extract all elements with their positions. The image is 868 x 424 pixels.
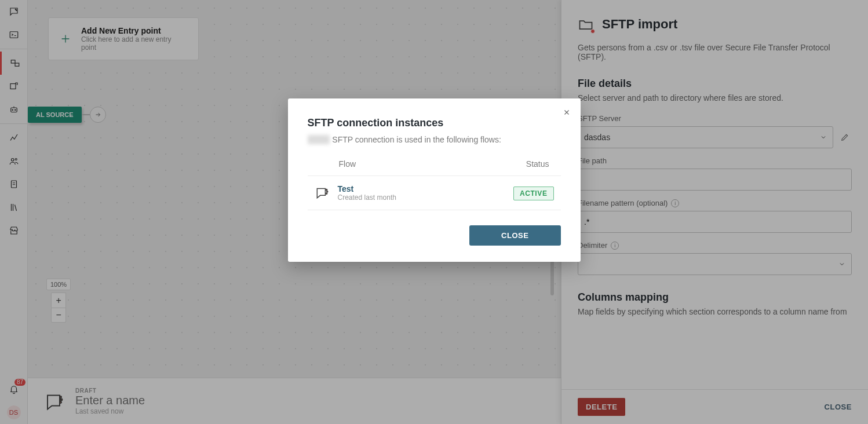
modal-close-button[interactable]: CLOSE	[469, 225, 560, 246]
close-icon[interactable]	[561, 107, 572, 118]
col-status: Status	[526, 159, 549, 169]
flow-icon	[315, 185, 330, 200]
modal-overlay[interactable]: SFTP connection instances redact SFTP co…	[0, 0, 868, 424]
modal-title: SFTP connection instances	[308, 117, 561, 129]
flow-row-name: Test	[338, 184, 396, 193]
flow-row[interactable]: Test Created last month ACTIVE	[308, 176, 561, 210]
svg-point-20	[326, 193, 327, 194]
col-flow: Flow	[339, 159, 356, 169]
sftp-instances-modal: SFTP connection instances redact SFTP co…	[288, 98, 581, 262]
flow-row-created: Created last month	[338, 193, 396, 202]
svg-point-19	[326, 191, 327, 192]
status-badge: ACTIVE	[513, 187, 554, 200]
modal-subtitle: redact SFTP connection is used in the fo…	[308, 135, 561, 144]
svg-point-18	[326, 189, 327, 191]
